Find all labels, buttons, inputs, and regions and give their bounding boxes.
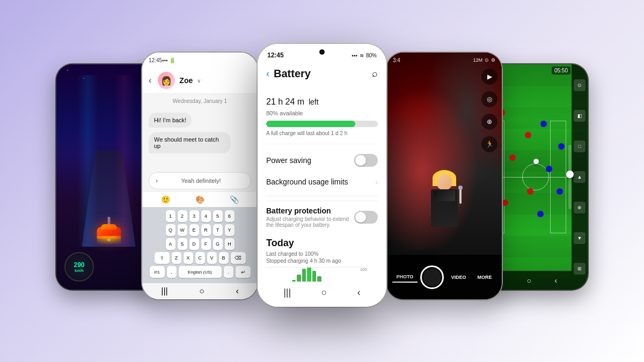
- center-title: Battery: [274, 68, 311, 80]
- concert-icon-2[interactable]: ◎: [481, 91, 497, 107]
- megapixels-label: 12M: [473, 57, 482, 63]
- key-shift[interactable]: ⇧: [155, 252, 170, 264]
- key-period[interactable]: .: [224, 266, 233, 278]
- soccer-ball: [533, 159, 539, 164]
- chart-bar: [302, 269, 306, 282]
- soccer-ctrl-6[interactable]: ▼: [574, 232, 586, 244]
- center-nav-home[interactable]: ○: [321, 287, 327, 298]
- emoji-icon[interactable]: 🙂: [161, 195, 170, 204]
- mode-photo-btn[interactable]: PHOTO: [392, 272, 418, 283]
- nav-back-2[interactable]: ‹: [236, 286, 238, 296]
- power-saving-option[interactable]: Power saving: [266, 149, 378, 172]
- nav-menu-2[interactable]: |||: [161, 286, 167, 296]
- phone-2-keyboard: 1 2 3 4 5 6 Q W E R T Y A S D F G H: [142, 207, 258, 283]
- key-4[interactable]: 4: [201, 210, 211, 222]
- center-nav-back[interactable]: ‹: [357, 287, 361, 298]
- battery-left-label: left: [309, 98, 319, 106]
- key-h[interactable]: H: [225, 238, 235, 250]
- soccer-ctrl-3[interactable]: □: [574, 141, 586, 152]
- key-special[interactable]: #!1: [150, 266, 165, 278]
- power-saving-toggle[interactable]: [354, 154, 378, 167]
- soccer-slider-handle[interactable]: [566, 171, 574, 178]
- key-1[interactable]: 1: [166, 210, 175, 222]
- battery-full-charge-text: A full charge will last about 1 d 2 h: [266, 130, 378, 136]
- key-f[interactable]: F: [201, 238, 211, 250]
- performer-body: [431, 189, 458, 227]
- divider-1: [266, 144, 378, 144]
- settings-icon[interactable]: ⚙: [491, 57, 495, 63]
- key-2[interactable]: 2: [178, 210, 187, 222]
- soccer-ctrl-4[interactable]: ▲: [574, 171, 586, 183]
- key-delete[interactable]: ⌫: [231, 252, 246, 264]
- key-x[interactable]: X: [184, 252, 193, 264]
- chart-bar: [317, 276, 321, 282]
- key-t[interactable]: T: [213, 224, 223, 236]
- bg-usage-option[interactable]: Background usage limits ›: [266, 172, 378, 191]
- battery-protection-option[interactable]: Battery protection Adjust charging behav…: [266, 201, 378, 233]
- key-v[interactable]: V: [207, 252, 217, 264]
- key-b[interactable]: B: [219, 252, 229, 264]
- key-a[interactable]: A: [166, 238, 175, 250]
- soccer-nav-home[interactable]: ○: [526, 276, 531, 285]
- key-enter[interactable]: ↵: [236, 266, 251, 278]
- phone-2-date: Wednesday, January 1: [142, 94, 258, 108]
- power-saving-label: Power saving: [266, 156, 311, 165]
- attach-icon[interactable]: 📎: [230, 195, 239, 204]
- center-nav-menu[interactable]: |||: [283, 287, 291, 298]
- soccer-slider[interactable]: [568, 145, 572, 209]
- nav-home-2[interactable]: ○: [199, 286, 204, 296]
- key-comma[interactable]: ,: [167, 266, 177, 278]
- soccer-nav-back[interactable]: ‹: [554, 276, 557, 285]
- battery-protection-toggle[interactable]: [354, 211, 378, 224]
- performer-head: [436, 174, 452, 190]
- soccer-time: 05:50: [552, 67, 570, 75]
- camera-flip-icon[interactable]: ⊙: [485, 57, 489, 63]
- key-e[interactable]: E: [189, 224, 199, 236]
- key-q[interactable]: Q: [166, 224, 175, 236]
- phone-2-status-icons: ▪▪▪ 🔋: [162, 57, 175, 63]
- key-c[interactable]: C: [195, 252, 205, 264]
- key-5[interactable]: 5: [213, 210, 223, 222]
- center-back-button[interactable]: ‹: [266, 68, 269, 79]
- key-space[interactable]: English (US): [179, 266, 222, 278]
- phone-2-messages: Hi! I'm back! We should meet to catch up: [142, 108, 258, 170]
- capture-button[interactable]: [420, 265, 444, 289]
- soccer-ctrl-2[interactable]: ◧: [574, 110, 586, 122]
- battery-protection-sublabel: Adjust charging behavior to extend the l…: [266, 216, 352, 228]
- key-w[interactable]: W: [178, 224, 187, 236]
- phone-2: 12:45 ▪▪▪ 🔋 ‹ 👩 Zoe ∨ Wednesday, January…: [142, 53, 258, 299]
- camera-notch: [319, 49, 325, 55]
- mode-more-btn[interactable]: MORE: [473, 272, 496, 282]
- concert-icon-1[interactable]: ▶: [481, 69, 497, 85]
- battery-available-label: 80% available: [266, 110, 378, 116]
- sticker-icon[interactable]: 🎨: [195, 195, 204, 204]
- key-r[interactable]: R: [201, 224, 211, 236]
- phone-2-header: ‹ 👩 Zoe ∨: [142, 68, 258, 94]
- phone-2-reply-text: Yeah definitely!: [181, 178, 221, 184]
- concert-right-icons: ▶ ◎ ⊕ 🏃: [481, 69, 497, 152]
- key-z[interactable]: Z: [172, 252, 181, 264]
- center-search-button[interactable]: ⌕: [372, 68, 378, 79]
- key-6[interactable]: 6: [225, 210, 235, 222]
- soccer-ctrl-7[interactable]: ⊞: [574, 263, 586, 275]
- key-g[interactable]: G: [213, 238, 223, 250]
- soccer-ctrl-5[interactable]: ⊕: [574, 202, 586, 213]
- soccer-ctrl-1[interactable]: ⊙: [574, 79, 586, 91]
- key-d[interactable]: D: [189, 238, 199, 250]
- center-content: 21 h 24 m left 80% available A full char…: [258, 84, 386, 282]
- phone-2-back-btn[interactable]: ‹: [149, 76, 151, 85]
- key-s[interactable]: S: [178, 238, 187, 250]
- battery-protection-text: Battery protection Adjust charging behav…: [266, 206, 352, 228]
- concert-icon-4[interactable]: 🏃: [481, 136, 497, 152]
- concert-icon-3[interactable]: ⊕: [481, 114, 497, 130]
- phone-2-reply-suggestion[interactable]: › Yeah definitely!: [149, 172, 251, 189]
- soccer-right-controls: ⊙ ◧ □ ▲ ⊕ ▼ ⊞: [572, 64, 588, 290]
- center-header-left: ‹ Battery: [266, 68, 311, 80]
- battery-bar-container: [266, 121, 378, 127]
- speedometer: 290 km/h: [64, 252, 94, 282]
- key-y[interactable]: Y: [225, 224, 235, 236]
- keyboard-row-5: #!1 , English (US) . ↵: [144, 266, 255, 278]
- mode-video-btn[interactable]: VIDEO: [447, 272, 470, 282]
- phone-2-time: 12:45: [149, 57, 162, 63]
- key-3[interactable]: 3: [189, 210, 199, 222]
